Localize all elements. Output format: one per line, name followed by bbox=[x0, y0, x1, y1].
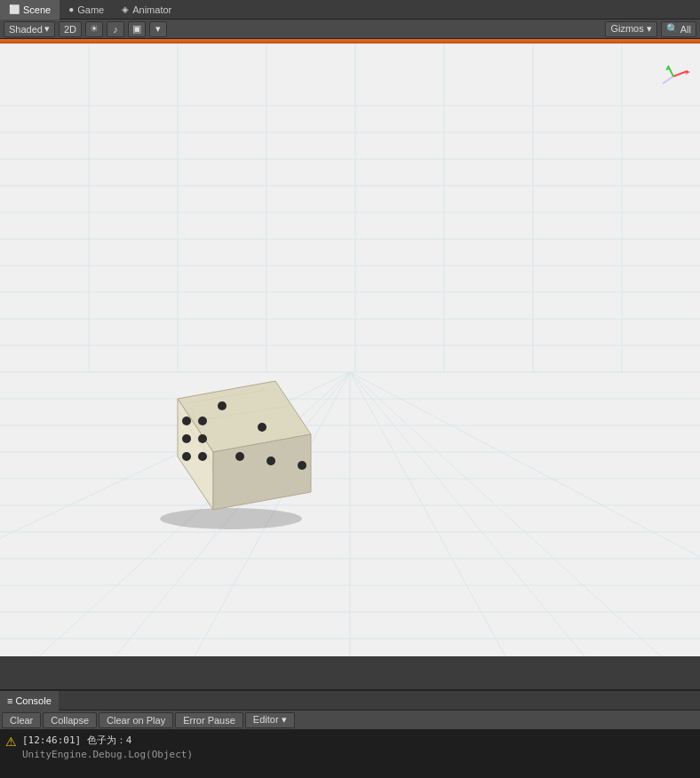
svg-point-50 bbox=[198, 417, 207, 425]
audio-icon: ♪ bbox=[113, 24, 118, 35]
search-text: All bbox=[680, 24, 691, 35]
tab-game[interactable]: ● Game bbox=[60, 0, 113, 20]
svg-point-48 bbox=[258, 423, 266, 432]
error-pause-button[interactable]: Error Pause bbox=[175, 712, 243, 728]
tab-scene[interactable]: ⬜ Scene bbox=[0, 0, 60, 20]
svg-point-56 bbox=[266, 456, 275, 465]
effects-button[interactable]: ▣ bbox=[128, 21, 146, 37]
svg-point-39 bbox=[160, 508, 302, 529]
game-icon: ● bbox=[68, 4, 74, 14]
animator-icon: ◈ bbox=[122, 4, 129, 14]
extra-icon: ▾ bbox=[155, 23, 161, 35]
gizmos-dropdown[interactable]: Gizmos ▾ bbox=[605, 21, 656, 37]
console-log-line: [12:46:01] 色子为：4 bbox=[22, 734, 193, 747]
tab-bar: ⬜ Scene ● Game ◈ Animator bbox=[0, 0, 700, 20]
toolbar-right: Gizmos ▾ 🔍 All bbox=[605, 21, 696, 37]
gizmo-widget bbox=[654, 57, 693, 96]
svg-line-58 bbox=[673, 71, 688, 76]
log-message: 色子为：4 bbox=[87, 734, 132, 746]
shaded-dropdown[interactable]: Shaded ▾ bbox=[4, 21, 55, 37]
effects-icon: ▣ bbox=[132, 23, 141, 35]
warning-icon: ⚠ bbox=[5, 734, 17, 749]
console-tab[interactable]: ≡ Console bbox=[0, 691, 59, 711]
sun-icon: ☀ bbox=[90, 23, 99, 35]
console-tab-label: Console bbox=[15, 695, 51, 706]
console-tab-icon: ≡ bbox=[7, 695, 12, 706]
svg-point-51 bbox=[182, 434, 191, 443]
console-content: ⚠ [12:46:01] 色子为：4 UnityEngine.Debug.Log… bbox=[0, 730, 700, 778]
console-log-entry: [12:46:01] 色子为：4 UnityEngine.Debug.Log(O… bbox=[22, 734, 193, 760]
tab-scene-label: Scene bbox=[23, 4, 51, 15]
dice-object bbox=[124, 372, 320, 532]
search-icon: 🔍 bbox=[666, 23, 679, 35]
tab-animator[interactable]: ◈ Animator bbox=[113, 0, 180, 20]
scene-toolbar: Shaded ▾ 2D ☀ ♪ ▣ ▾ Gizmos ▾ 🔍 All bbox=[0, 20, 700, 39]
svg-point-53 bbox=[182, 452, 191, 461]
shaded-chevron: ▾ bbox=[44, 23, 50, 35]
clear-button[interactable]: Clear bbox=[2, 712, 41, 728]
svg-point-55 bbox=[235, 452, 244, 461]
svg-point-47 bbox=[218, 401, 227, 410]
scene-viewport[interactable] bbox=[0, 44, 700, 656]
shaded-label: Shaded bbox=[9, 24, 43, 35]
2d-button[interactable]: 2D bbox=[59, 21, 82, 37]
log-time: [12:46:01] bbox=[22, 734, 81, 746]
console-toolbar: Clear Collapse Clear on Play Error Pause… bbox=[0, 711, 700, 730]
editor-dropdown-button[interactable]: Editor ▾ bbox=[245, 712, 295, 728]
clear-on-play-button[interactable]: Clear on Play bbox=[99, 712, 173, 728]
audio-button[interactable]: ♪ bbox=[107, 21, 124, 37]
2d-label: 2D bbox=[64, 24, 76, 35]
tab-animator-label: Animator bbox=[132, 4, 171, 15]
svg-point-57 bbox=[298, 461, 306, 470]
tab-game-label: Game bbox=[77, 4, 104, 15]
svg-point-54 bbox=[198, 452, 207, 461]
console-tab-bar: ≡ Console bbox=[0, 691, 700, 711]
scene-grid bbox=[0, 44, 700, 656]
console-log-detail: UnityEngine.Debug.Log(Object) bbox=[22, 749, 193, 760]
extra-button[interactable]: ▾ bbox=[149, 21, 167, 37]
svg-point-52 bbox=[198, 434, 207, 443]
collapse-button[interactable]: Collapse bbox=[43, 712, 97, 728]
lighting-button[interactable]: ☀ bbox=[85, 21, 103, 37]
search-field[interactable]: 🔍 All bbox=[661, 21, 696, 37]
gizmos-label: Gizmos ▾ bbox=[610, 23, 651, 35]
scene-icon: ⬜ bbox=[9, 4, 20, 14]
console-panel: ≡ Console Clear Collapse Clear on Play E… bbox=[0, 689, 700, 778]
svg-line-62 bbox=[663, 76, 673, 83]
svg-point-49 bbox=[182, 417, 191, 425]
